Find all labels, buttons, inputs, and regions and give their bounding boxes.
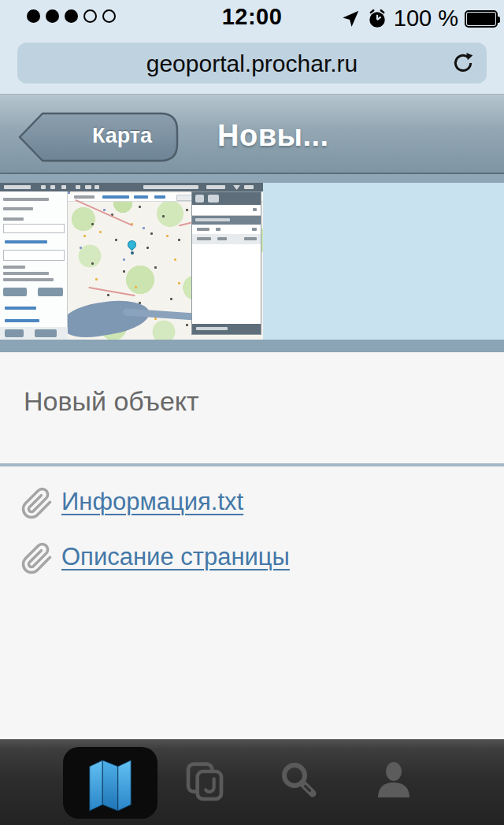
reload-icon[interactable] (450, 50, 476, 76)
url-field[interactable]: geoportal.prochar.ru (17, 43, 487, 84)
object-heading: Новый объект (24, 386, 199, 417)
alarm-clock-icon (367, 9, 387, 29)
location-arrow-icon (340, 9, 361, 29)
content-divider (0, 463, 504, 466)
map-screenshot-thumbnail (0, 183, 263, 340)
url-text: geoportal.prochar.ru (17, 50, 487, 77)
status-bar: 12:00 100 % (0, 0, 504, 33)
app-header: Карта Новы... (0, 95, 504, 174)
back-button[interactable]: Карта (16, 110, 183, 164)
browser-chrome: 12:00 100 % geoportal.prochar.ru (0, 0, 504, 95)
paperclip-icon (20, 487, 54, 520)
thumbnail-river (61, 295, 151, 340)
thumbnail-map-pin-icon (126, 239, 139, 251)
page-title: Новы... (217, 119, 329, 153)
map-icon[interactable] (85, 756, 135, 812)
thumbnail-toolbar (0, 183, 263, 191)
battery-percent: 100 % (394, 6, 458, 32)
battery-icon (465, 10, 498, 28)
page-content: Новый объект Информация.txt Описание стр… (0, 352, 504, 739)
band-bottom-strip (0, 340, 504, 352)
thumbnail-form-panel (0, 191, 68, 340)
attachment-link-description[interactable]: Описание страницы (61, 543, 290, 571)
phone-screen: 12:00 100 % geoportal.prochar.ru (0, 0, 504, 825)
person-icon[interactable] (373, 760, 414, 801)
search-icon[interactable] (279, 760, 320, 801)
attachment-link-information[interactable]: Информация.txt (61, 488, 243, 516)
thumbnail-layers-panel (191, 191, 261, 335)
back-button-label: Карта (71, 124, 173, 148)
header-bottom-strip (0, 174, 504, 183)
tab-bar (0, 739, 504, 825)
media-band (0, 183, 504, 340)
attachment-row: Информация.txt (0, 485, 504, 523)
attachment-row: Описание страницы (0, 541, 504, 578)
pages-icon[interactable] (183, 760, 227, 805)
paperclip-icon (20, 542, 54, 575)
